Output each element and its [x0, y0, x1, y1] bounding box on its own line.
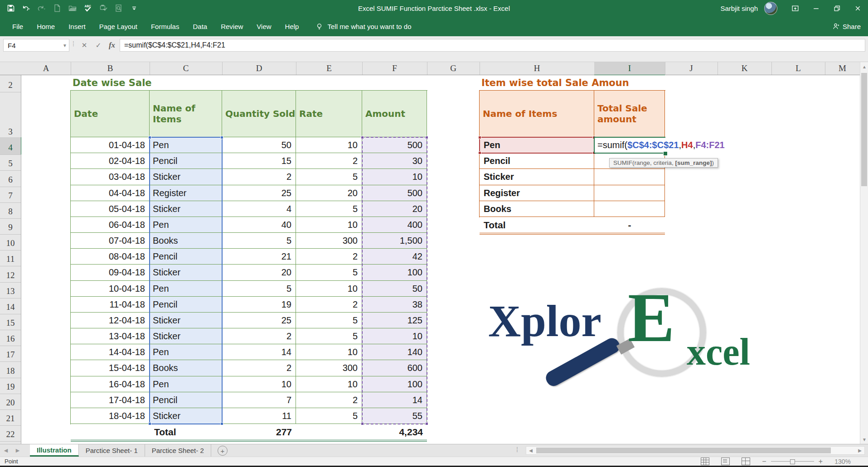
share-button[interactable]: Share: [832, 23, 861, 30]
cell-F19[interactable]: 100: [362, 376, 427, 392]
cell-B12[interactable]: 09-04-18: [71, 265, 150, 281]
cell-C16[interactable]: Sticker: [150, 328, 222, 344]
cell-D16[interactable]: 2: [222, 328, 296, 344]
cell-F10[interactable]: 1,500: [362, 233, 427, 249]
cell-D11[interactable]: 21: [222, 249, 296, 265]
cell-D21[interactable]: 11: [222, 408, 296, 424]
cell-B19[interactable]: 16-04-18: [71, 376, 150, 392]
cell-D22[interactable]: 277: [222, 424, 296, 440]
cell-B16[interactable]: 13-04-18: [71, 328, 150, 344]
name-box-dropdown-icon[interactable]: ▼: [63, 43, 67, 48]
cell-D17[interactable]: 14: [222, 344, 296, 360]
cell-B4[interactable]: 01-04-18: [71, 137, 150, 153]
close-button[interactable]: [847, 0, 868, 16]
cell-H9[interactable]: Total: [480, 217, 594, 233]
cell-B9[interactable]: 06-04-18: [71, 217, 150, 233]
column-header-C[interactable]: C: [150, 62, 223, 75]
row-header-10[interactable]: 10: [0, 233, 21, 250]
column-header-I[interactable]: I: [594, 62, 665, 76]
sheet-nav-left-icon[interactable]: ◀: [0, 444, 12, 457]
horizontal-scroll-thumb[interactable]: [536, 448, 831, 453]
cell-B20[interactable]: 17-04-18: [71, 392, 150, 408]
sheet-tab-parctice-sheet-1[interactable]: Parctice Sheet- 1: [79, 444, 145, 457]
sales-header-date[interactable]: Date: [71, 91, 150, 137]
row-header-3[interactable]: 3: [0, 91, 21, 139]
row-header-8[interactable]: 8: [0, 201, 21, 219]
ribbon-tab-view[interactable]: View: [250, 16, 278, 36]
cell-E6[interactable]: 5: [296, 169, 362, 185]
cell-D7[interactable]: 25: [222, 185, 296, 201]
ribbon-tab-insert[interactable]: Insert: [62, 16, 92, 36]
sheet-canvas[interactable]: Date wise SaleItem wise total Sale Amoun…: [21, 75, 860, 444]
formula-bar-splitter[interactable]: ⁞: [73, 40, 74, 48]
zoom-out-icon[interactable]: −: [762, 457, 766, 466]
cell-E21[interactable]: 5: [296, 408, 362, 424]
summary-header-item[interactable]: Name of Items: [480, 91, 594, 137]
row-header-2[interactable]: 2: [0, 75, 21, 92]
cell-D13[interactable]: 5: [222, 281, 296, 297]
row-header-7[interactable]: 7: [0, 185, 21, 203]
zoom-level[interactable]: 130%: [834, 458, 851, 465]
spell-check-icon[interactable]: ABC: [83, 4, 92, 13]
cell-E17[interactable]: 10: [296, 344, 362, 360]
cell-E5[interactable]: 2: [296, 153, 362, 169]
cell-B17[interactable]: 14-04-18: [71, 344, 150, 360]
cell-E4[interactable]: 10: [296, 137, 362, 153]
ribbon-display-options-button[interactable]: [785, 0, 805, 16]
formula-input[interactable]: =sumif($C$4:$C$21,H4,F4:F21: [120, 39, 865, 52]
cell-D12[interactable]: 20: [222, 265, 296, 281]
cell-H4[interactable]: Pen: [480, 137, 594, 153]
cell-D18[interactable]: 2: [222, 360, 296, 376]
row-header-4[interactable]: 4: [0, 137, 22, 155]
cell-H7[interactable]: Register: [480, 185, 594, 201]
cell-H6[interactable]: Sticker: [480, 169, 594, 185]
cell-D20[interactable]: 7: [222, 392, 296, 408]
tab-split-handle[interactable]: ⁞: [516, 446, 518, 453]
cancel-formula-button[interactable]: ✕: [78, 39, 91, 52]
enter-formula-button[interactable]: ✓: [92, 39, 105, 52]
cell-C14[interactable]: Pencil: [150, 297, 222, 313]
cell-D19[interactable]: 10: [222, 376, 296, 392]
sales-table-title[interactable]: Date wise Sale: [73, 75, 254, 91]
cell-F15[interactable]: 125: [362, 313, 427, 328]
cell-F4[interactable]: 500: [362, 137, 427, 153]
zoom-slider[interactable]: − +: [762, 457, 823, 466]
minimize-button[interactable]: [805, 0, 826, 16]
sales-header-item[interactable]: Name of Items: [150, 91, 222, 137]
row-header-16[interactable]: 16: [0, 328, 21, 346]
row-header-6[interactable]: 6: [0, 169, 21, 187]
cell-D8[interactable]: 4: [222, 201, 296, 217]
cell-D5[interactable]: 15: [222, 153, 296, 169]
column-header-L[interactable]: L: [771, 62, 825, 75]
sheet-nav-right-icon[interactable]: ▶: [12, 444, 24, 457]
cell-F18[interactable]: 600: [362, 360, 427, 376]
row-header-15[interactable]: 15: [0, 313, 21, 330]
column-header-K[interactable]: K: [718, 62, 772, 75]
customize-qat-icon[interactable]: [130, 4, 139, 13]
sheet-tab-illustration[interactable]: Illustration: [30, 444, 79, 457]
summary-header-total[interactable]: Total Sale amount: [594, 91, 665, 137]
row-header-12[interactable]: 12: [0, 265, 21, 283]
scroll-left-icon[interactable]: ◀: [527, 447, 534, 454]
vertical-scroll-thumb[interactable]: [861, 73, 867, 186]
cell-D15[interactable]: 25: [222, 313, 296, 328]
column-header-D[interactable]: D: [222, 62, 296, 75]
row-header-9[interactable]: 9: [0, 217, 21, 235]
cell-C18[interactable]: Books: [150, 360, 222, 376]
column-header-H[interactable]: H: [480, 62, 595, 75]
page-layout-view-button[interactable]: [721, 457, 730, 465]
ribbon-tab-data[interactable]: Data: [186, 16, 214, 36]
avatar[interactable]: [764, 2, 777, 15]
cell-C9[interactable]: Pen: [150, 217, 222, 233]
cell-B18[interactable]: 15-04-18: [71, 360, 150, 376]
cell-D9[interactable]: 40: [222, 217, 296, 233]
sales-header-quantity[interactable]: Quantity Sold: [222, 91, 296, 137]
ribbon-tab-formulas[interactable]: Formulas: [144, 16, 186, 36]
cell-C5[interactable]: Pencil: [150, 153, 222, 169]
cell-E8[interactable]: 5: [296, 201, 362, 217]
ribbon-tab-home[interactable]: Home: [30, 16, 62, 36]
scroll-right-icon[interactable]: ▶: [856, 447, 863, 454]
horizontal-scrollbar[interactable]: ◀ ▶: [526, 446, 865, 455]
cell-F7[interactable]: 500: [362, 185, 427, 201]
cell-C13[interactable]: Pen: [150, 281, 222, 297]
